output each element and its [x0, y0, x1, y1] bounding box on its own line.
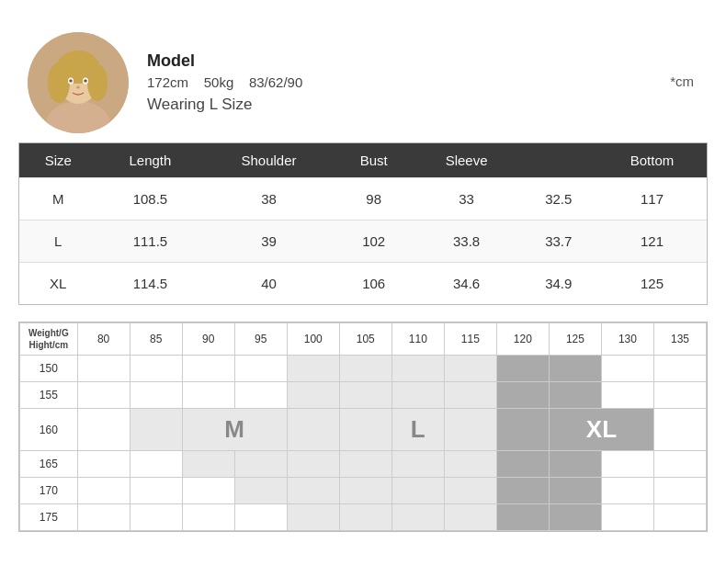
col-header-sleeve: Sleeve — [414, 143, 520, 178]
col6-xl: 34.9 — [519, 263, 597, 305]
weight-col-80: 80 — [77, 323, 130, 356]
height-170: 170 — [20, 478, 78, 504]
weight-col-135: 135 — [653, 323, 706, 356]
size-xl: XL — [19, 263, 97, 305]
model-info: Model 172cm 50kg 83/62/90 Wearing L Size — [147, 51, 652, 114]
weight-col-105: 105 — [339, 323, 391, 356]
weight-height-grid: Weight/G Hight/cm 80 85 90 95 100 105 11… — [18, 322, 708, 532]
height-row-150: 150 — [20, 356, 707, 382]
unit-label: *cm — [670, 74, 698, 93]
bust-l: 102 — [335, 220, 414, 263]
height-row-160: 160 M L XL — [20, 409, 707, 451]
weight-col-95: 95 — [234, 323, 287, 356]
weight-col-120: 120 — [496, 323, 549, 356]
weight-col-115: 115 — [444, 323, 496, 356]
sleeve-l: 33.8 — [414, 220, 520, 263]
height-row-170: 170 — [20, 478, 707, 504]
height-175: 175 — [20, 504, 78, 531]
sleeve-m: 33 — [414, 178, 520, 220]
table-row: M 108.5 38 98 33 32.5 117 — [19, 178, 707, 220]
size-l-label: L — [411, 415, 425, 443]
height-row-175: 175 — [20, 504, 707, 531]
model-stats: 172cm 50kg 83/62/90 — [147, 74, 652, 90]
length-xl: 114.5 — [97, 263, 204, 305]
weight-col-110: 110 — [391, 323, 444, 356]
bust-m: 98 — [335, 178, 414, 220]
weight-col-85: 85 — [130, 323, 182, 356]
svg-point-8 — [69, 79, 73, 83]
bottom-l: 121 — [597, 220, 707, 263]
size-xl-label: XL — [586, 415, 617, 443]
weight-col-130: 130 — [601, 323, 653, 356]
weight-col-90: 90 — [182, 323, 234, 356]
col-header-bottom: Bottom — [597, 143, 707, 178]
weight-col-100: 100 — [287, 323, 339, 356]
table-row: L 111.5 39 102 33.8 33.7 121 — [19, 220, 707, 263]
shoulder-l: 39 — [203, 220, 334, 263]
height-155: 155 — [20, 382, 78, 409]
height-160: 160 — [20, 409, 78, 451]
col-header-shoulder: Shoulder — [203, 143, 334, 178]
shoulder-xl: 40 — [203, 263, 334, 305]
col-header-blank — [519, 143, 597, 178]
bust-xl: 106 — [335, 263, 414, 305]
corner-header: Weight/G Hight/cm — [20, 323, 78, 356]
height-row-165: 165 — [20, 451, 707, 478]
model-wearing: Wearing L Size — [147, 96, 652, 114]
height-165: 165 — [20, 451, 78, 478]
size-table-wrapper: Size Length Shoulder Bust Sleeve Bottom … — [18, 142, 708, 305]
length-l: 111.5 — [97, 220, 204, 263]
sleeve-xl: 34.6 — [414, 263, 520, 305]
col6-l: 33.7 — [519, 220, 597, 263]
col-header-bust: Bust — [335, 143, 414, 178]
height-row-155: 155 — [20, 382, 707, 409]
col-header-length: Length — [97, 143, 204, 178]
table-row: XL 114.5 40 106 34.6 34.9 125 — [19, 263, 707, 305]
shoulder-m: 38 — [203, 178, 334, 220]
size-m-label: M — [224, 415, 244, 443]
col6-m: 32.5 — [519, 178, 597, 220]
svg-point-5 — [87, 64, 108, 101]
bottom-m: 117 — [597, 178, 707, 220]
size-l: L — [19, 220, 97, 263]
svg-point-10 — [76, 86, 80, 89]
model-label: Model — [147, 51, 652, 71]
svg-point-9 — [84, 79, 87, 83]
svg-point-4 — [48, 62, 70, 103]
height-150: 150 — [20, 356, 78, 382]
model-avatar — [28, 32, 129, 133]
model-section: Model 172cm 50kg 83/62/90 Wearing L Size… — [18, 18, 708, 142]
weight-col-125: 125 — [549, 323, 601, 356]
length-m: 108.5 — [97, 178, 204, 220]
wh-table: Weight/G Hight/cm 80 85 90 95 100 105 11… — [19, 322, 707, 531]
size-table: Size Length Shoulder Bust Sleeve Bottom … — [19, 143, 707, 304]
col-header-size: Size — [19, 143, 97, 178]
bottom-xl: 125 — [597, 263, 707, 305]
size-m: M — [19, 178, 97, 220]
